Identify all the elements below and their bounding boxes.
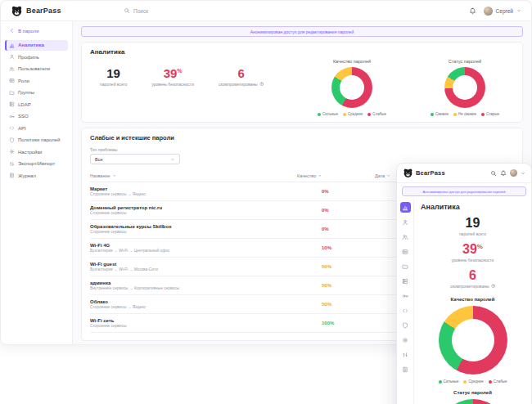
mobile-app-window: BearPass Анонимизирован доступ для редак…: [396, 163, 532, 404]
search-icon[interactable]: [490, 170, 497, 177]
legend-item: Сильные: [439, 379, 459, 384]
sidebar-item-journal[interactable]: Журнал: [5, 170, 68, 182]
stat-security-level: 39% уровень безопасности: [151, 67, 194, 116]
chart-icon: [402, 204, 408, 211]
sidebar-item-analytics[interactable]: Аналитика: [5, 40, 68, 52]
arrows-swap-icon: [9, 161, 15, 167]
app-name: BearPass: [416, 169, 445, 177]
analytics-title: Аналитика: [90, 48, 514, 56]
avatar[interactable]: [510, 169, 517, 177]
chart-icon: [9, 43, 15, 48]
gear-icon: [402, 337, 408, 343]
id-badge-icon: [402, 249, 408, 255]
analytics-title: Аналитика: [421, 203, 460, 211]
sidebar-item-export-import[interactable]: Экспорт/Импорт: [5, 159, 68, 170]
user-menu[interactable]: Сергей: [484, 7, 521, 16]
folder-icon: [402, 263, 408, 270]
code-icon: [402, 307, 408, 314]
folder-icon: [9, 90, 15, 96]
sidebar-item-api[interactable]: API: [5, 123, 68, 134]
sidebar-back-to-passwords[interactable]: В пароли: [5, 25, 68, 37]
sidebar-item-sso[interactable]: SSO: [5, 111, 68, 123]
app-brand: BearPass: [11, 5, 61, 17]
stat-total-passwords: 19 паролей всего: [459, 217, 486, 236]
password-quality-title: Качество паролей: [451, 297, 495, 302]
global-search[interactable]: [124, 7, 345, 14]
legend-item: Слабые: [489, 379, 507, 384]
server-icon: [9, 101, 15, 107]
mobile-rail-roles[interactable]: [400, 246, 411, 257]
status-legend: Свежие Не свежие Старые: [431, 112, 499, 116]
stat-compromised: 6 скомпрометированы: [219, 67, 264, 116]
key-icon: [9, 114, 15, 119]
key-icon: [402, 293, 408, 299]
status-donut: [444, 67, 485, 108]
id-badge-icon: [9, 78, 15, 83]
mobile-icon-rail: [397, 200, 414, 404]
stat-security-level: 39% уровень безопасности: [452, 243, 494, 263]
avatar: [484, 7, 493, 16]
sidebar-item-settings[interactable]: Настройки: [5, 146, 68, 158]
legend-item: Слабые: [367, 112, 386, 116]
quality-value: 10%: [297, 245, 375, 250]
quality-value: 0%: [297, 227, 375, 231]
shield-icon: [9, 137, 15, 143]
mobile-rail-ldap[interactable]: [400, 276, 411, 286]
bell-icon[interactable]: [469, 7, 476, 15]
chevron-down-icon[interactable]: [521, 171, 525, 176]
info-icon[interactable]: [259, 82, 264, 87]
sidebar-item-users[interactable]: Пользователи: [5, 64, 68, 75]
mobile-rail-settings[interactable]: [400, 334, 411, 345]
gear-icon: [9, 149, 15, 155]
arrow-left-icon: [9, 28, 15, 34]
header-actions: Сергей: [469, 7, 521, 16]
arrows-swap-icon: [402, 352, 408, 358]
sidebar-item-profile[interactable]: Профиль: [5, 52, 68, 63]
info-icon[interactable]: [491, 284, 496, 289]
user-name: Сергей: [496, 8, 513, 14]
column-name[interactable]: Название: [90, 173, 297, 178]
chevron-down-icon: [516, 8, 521, 13]
stats-row: 19 паролей всего 39% уровень безопасност…: [90, 59, 306, 116]
sort-icon: [318, 173, 322, 178]
notice-banner: Анонимизирован доступ для редактирования…: [402, 186, 526, 196]
users-icon: [402, 234, 408, 240]
sidebar: В пароли Аналитика Профиль Пользователи …: [1, 21, 73, 345]
document-icon: [402, 366, 408, 373]
quality-value: 0%: [297, 189, 375, 194]
app-name: BearPass: [26, 7, 61, 15]
password-status-title: Статус паролей: [453, 390, 492, 395]
password-status-chart: Статус паролей Свежие Не свежие Старые: [419, 59, 511, 116]
quality-value: 50%: [297, 264, 375, 269]
mobile-analytics: Аналитика 19 паролей всего 39% уровень б…: [414, 200, 531, 404]
user-icon: [9, 54, 15, 60]
mobile-rail-api[interactable]: [400, 305, 411, 316]
mobile-rail-export-import[interactable]: [400, 349, 411, 360]
weak-passwords-title: Слабые и истекшие пароли: [90, 134, 514, 141]
column-quality[interactable]: Качество: [297, 173, 375, 178]
mobile-rail-analytics[interactable]: [400, 202, 411, 213]
sidebar-item-ldap[interactable]: LDAP: [5, 99, 68, 110]
quality-legend: Сильные Средние Слабые: [318, 112, 386, 116]
mobile-rail-sso[interactable]: [400, 290, 411, 301]
document-icon: [9, 173, 15, 178]
mobile-rail-groups[interactable]: [400, 261, 411, 272]
mobile-rail-journal[interactable]: [400, 364, 411, 375]
mobile-header: BearPass: [397, 164, 531, 183]
mobile-rail-password-policies[interactable]: [400, 320, 411, 330]
mobile-rail-profile[interactable]: [400, 217, 411, 227]
sidebar-item-password-policies[interactable]: Политики паролей: [5, 135, 68, 146]
bell-icon[interactable]: [500, 170, 507, 177]
sort-icon: [386, 173, 391, 178]
password-quality-chart: Качество паролей Сильные Средние Слабые: [306, 59, 398, 116]
server-icon: [402, 278, 408, 285]
legend-item: Старые: [481, 112, 499, 116]
legend-item: Средние: [343, 112, 363, 116]
search-input[interactable]: [133, 8, 313, 14]
charts-row: Качество паролей Сильные Средние Слабые …: [306, 59, 514, 116]
sidebar-item-groups[interactable]: Группы: [5, 88, 68, 99]
problem-type-select[interactable]: Все: [90, 154, 180, 164]
sidebar-item-roles[interactable]: Роли: [5, 75, 68, 87]
mobile-rail-users[interactable]: [400, 231, 411, 242]
search-icon: [124, 7, 130, 14]
